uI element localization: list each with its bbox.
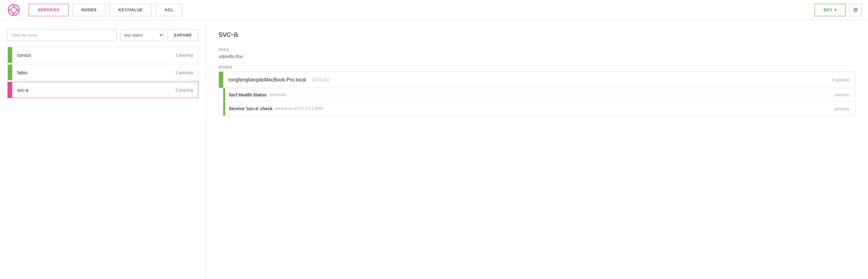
status-select[interactable]: any status passing warning critical	[120, 29, 164, 40]
node-card: rongfengliangdeMacBook-Pro.local 127.0.0…	[219, 71, 856, 116]
check-status: passing	[835, 92, 855, 97]
logo	[6, 2, 21, 18]
left-panel: any status passing warning critical EXPA…	[0, 20, 206, 279]
nav-acl-button[interactable]: ACL	[155, 4, 182, 16]
check-id: serfHealth	[269, 93, 286, 97]
right-panel: svc-a TAGS urlprefix-/foo NODES rongfeng…	[206, 20, 868, 279]
service-title: svc-a	[219, 29, 856, 39]
node-indicator-green	[219, 72, 223, 88]
svg-point-3	[13, 13, 14, 14]
svg-point-2	[13, 5, 14, 7]
service-indicator-green	[8, 47, 12, 63]
gear-icon: ⚙	[853, 6, 858, 13]
service-list: consul 1 passing fabio 2 passing svc-a 2…	[7, 47, 198, 98]
main-layout: any status passing warning critical EXPA…	[0, 20, 868, 279]
tag-value: urlprefix-/foo	[219, 54, 856, 59]
nav-dc-button[interactable]: DC1 ▾	[815, 4, 845, 16]
check-row[interactable]: Serf Health Status serfHealth passing	[219, 88, 855, 102]
svg-point-1	[11, 7, 17, 13]
nodes-label: NODES	[219, 65, 856, 69]
dc-label: DC1	[824, 7, 832, 12]
chevron-down-icon: ▾	[834, 7, 837, 12]
service-status: 2 passing	[176, 70, 198, 75]
service-item[interactable]: fabio 2 passing	[7, 64, 198, 81]
check-id: service:svc-a-127.0.0.1:5000	[275, 106, 323, 111]
top-nav: SERVICES NODES KEY/VALUE ACL DC1 ▾ ⚙	[0, 0, 868, 20]
filter-bar: any status passing warning critical EXPA…	[7, 29, 198, 40]
check-status: passing	[835, 106, 855, 111]
node-header[interactable]: rongfengliangdeMacBook-Pro.local 127.0.0…	[219, 72, 855, 88]
service-item[interactable]: consul 1 passing	[7, 47, 198, 63]
check-row[interactable]: Service 'svc-a' check service:svc-a-127.…	[219, 102, 855, 116]
nav-keyvalue-button[interactable]: KEY/VALUE	[109, 4, 152, 16]
nav-nodes-button[interactable]: NODES	[72, 4, 106, 16]
service-status: 2 passing	[176, 88, 198, 92]
check-name: Serf Health Status	[225, 92, 269, 97]
nav-services-button[interactable]: SERVICES	[29, 4, 69, 16]
node-name: rongfengliangdeMacBook-Pro.local	[223, 77, 311, 83]
filter-name-input[interactable]	[7, 29, 117, 40]
settings-button[interactable]: ⚙	[849, 4, 862, 16]
check-name: Service 'svc-a' check	[225, 106, 275, 111]
tags-label: TAGS	[219, 48, 856, 52]
service-name: consul	[12, 53, 176, 58]
service-indicator-pink	[8, 82, 12, 98]
node-passing-status: 2 passing	[832, 78, 855, 82]
service-indicator-green	[8, 65, 12, 80]
tags-section: TAGS urlprefix-/foo	[219, 48, 856, 59]
expand-button[interactable]: EXPAND	[168, 29, 198, 40]
service-name: svc-a	[12, 87, 176, 93]
service-name: fabio	[12, 70, 176, 75]
service-item-selected[interactable]: svc-a 2 passing	[7, 82, 198, 98]
service-status: 1 passing	[176, 53, 198, 57]
svg-point-5	[17, 9, 19, 10]
nodes-section: NODES rongfengliangdeMacBook-Pro.local 1…	[219, 65, 856, 116]
node-ip: 127.0.0.1	[312, 78, 329, 82]
svg-point-4	[9, 9, 11, 10]
